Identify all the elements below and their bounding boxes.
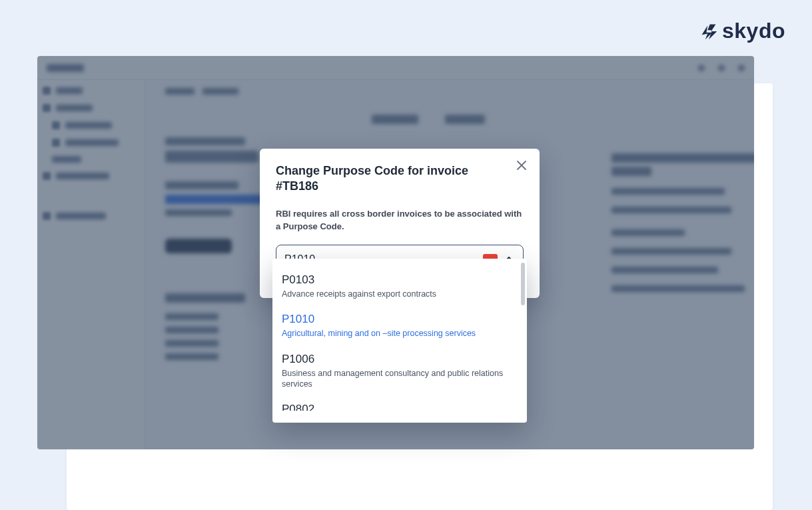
purpose-code-option[interactable]: P1010Agricultural, mining and on –site p… bbox=[272, 306, 527, 345]
purpose-code-option[interactable]: P1006Business and management consultancy… bbox=[272, 346, 527, 397]
option-code: P1006 bbox=[282, 353, 516, 366]
option-description: Advance receipts against export contract… bbox=[282, 289, 516, 299]
modal-description: RBI requires all cross border invoices t… bbox=[276, 208, 524, 233]
brand-name: skydo bbox=[722, 19, 785, 43]
purpose-code-listbox: P0103Advance receipts against export con… bbox=[272, 259, 527, 423]
brand-icon bbox=[699, 22, 718, 41]
option-code: P0103 bbox=[282, 273, 516, 287]
option-code: P1010 bbox=[282, 313, 516, 326]
brand-logo: skydo bbox=[699, 19, 785, 43]
close-icon[interactable] bbox=[514, 158, 529, 173]
option-code: P0802 bbox=[282, 403, 516, 411]
option-description: Agricultural, mining and on –site proces… bbox=[282, 328, 516, 339]
option-description: Business and management consultancy and … bbox=[282, 368, 516, 390]
purpose-code-option[interactable]: P0103Advance receipts against export con… bbox=[272, 267, 527, 306]
purpose-code-option[interactable]: P0802 bbox=[272, 396, 527, 417]
modal-title: Change Purpose Code for invoice #TB186 bbox=[276, 163, 524, 195]
